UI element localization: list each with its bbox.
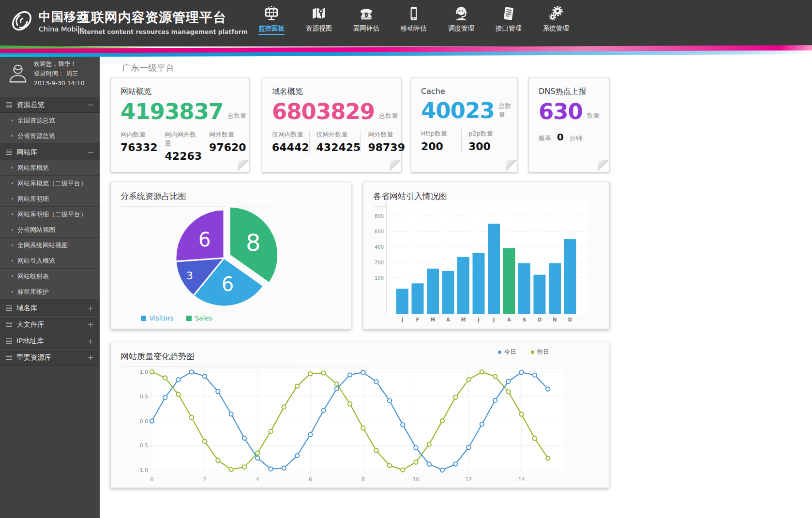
sidebar: 欢迎您，魏华！ 登录时间： 周三 2013-9-30 14:10 资源总览 − … — [0, 48, 100, 518]
page-title: 广东一级平台 — [122, 62, 174, 74]
china-mobile-logo — [8, 7, 36, 35]
bullet-icon — [12, 198, 13, 199]
nav-label: 固网评估 — [353, 24, 379, 34]
svg-text:200: 200 — [375, 260, 384, 265]
stat-cell: 网内数量 76332 — [120, 130, 158, 162]
stat-cell: 网内网外数量 42263 — [158, 130, 202, 162]
sidebar-item-website-overview[interactable]: 网站库概览 — [0, 160, 100, 176]
svg-text:O: O — [538, 317, 542, 322]
svg-text:3: 3 — [186, 270, 193, 282]
decorative-ribbon — [0, 46, 812, 59]
sidebar-item-tag-maintenance[interactable]: 标签库维护 — [0, 284, 100, 300]
svg-text:100: 100 — [375, 275, 384, 281]
document-list-icon — [485, 4, 532, 23]
title-block: 互联网内容资源管理平台 Internet content resources m… — [77, 9, 248, 35]
nav-item-dispatch-mgmt[interactable]: 调度管理 — [437, 4, 485, 35]
sidebar-item-national-resources[interactable]: 全国资源总览 — [0, 113, 100, 128]
sidebar-group-important-resources[interactable]: 重要资源库 + — [0, 349, 100, 366]
sidebar-group-domain-library[interactable]: 域名库 + — [0, 300, 100, 316]
nav-label: 系统管理 — [543, 24, 569, 34]
nav-label: 接口管理 — [496, 24, 522, 34]
line-chart: 024681012141.00.50.0-0.5-1.0 — [111, 342, 610, 488]
ribbon-blue-band — [0, 50, 812, 57]
svg-text:N: N — [553, 317, 556, 322]
expand-indicator: + — [88, 336, 94, 346]
document-icon — [6, 305, 12, 311]
nav-item-resource-view[interactable]: 资源视图 — [295, 4, 343, 35]
stat-card-website: 网站概览 4193837 总数量 网内数量 76332 网内网外数量 42263… — [110, 77, 250, 172]
bullet-icon — [12, 275, 13, 277]
map-icon — [295, 4, 343, 23]
sidebar-item-website-detail[interactable]: 网站库明细 — [0, 191, 100, 207]
nav-label: 资源视图 — [306, 24, 332, 34]
sidebar-item-province-resources[interactable]: 分省资源总览 — [0, 128, 100, 144]
svg-text:2: 2 — [203, 476, 207, 483]
sidebar-item-province-website-view[interactable]: 分省网站视图 — [0, 222, 100, 238]
expand-indicator: + — [88, 320, 94, 329]
stat-cell: 网外数量 97620 — [202, 130, 246, 162]
sidebar-item-network-website-view[interactable]: 全网系统网站视图 — [0, 238, 100, 253]
document-icon — [6, 102, 12, 107]
svg-text:1.0: 1.0 — [140, 369, 149, 375]
bar-chart: 100200400600800JFMAMJJASOND — [363, 182, 610, 330]
stat-big-label: 数量 — [587, 111, 600, 122]
nav-label: 调度管理 — [448, 24, 474, 34]
sidebar-item-website-intro-overview[interactable]: 网站引入概览 — [0, 253, 100, 269]
collapse-indicator: − — [88, 100, 94, 109]
avatar-icon — [7, 62, 29, 85]
login-datetime: 2013-9-30 14:10 — [34, 78, 85, 88]
sidebar-item-website-mapping[interactable]: 网站映射表 — [0, 269, 100, 284]
stat-cell: 频率 0 分钟 — [529, 122, 609, 143]
sidebar-group-website-library[interactable]: 网站库 − — [0, 144, 100, 160]
svg-text:S: S — [523, 317, 526, 322]
nav-item-fixed-network-eval[interactable]: 固网评估 — [343, 4, 390, 35]
bullet-icon — [12, 260, 13, 261]
bullet-icon — [12, 120, 13, 121]
user-panel: 欢迎您，魏华！ 登录时间： 周三 2013-9-30 14:10 — [0, 48, 100, 96]
svg-text:10: 10 — [413, 476, 420, 483]
collapse-indicator: − — [88, 148, 94, 157]
stat-big-number: 6803829 — [272, 101, 375, 122]
app-subtitle: Internet content resources management pl… — [77, 28, 248, 35]
svg-text:D: D — [568, 317, 572, 322]
nav-item-dashboard[interactable]: 监控面板 — [248, 4, 295, 35]
nav-item-interface-mgmt[interactable]: 接口管理 — [485, 4, 532, 35]
welcome-text: 欢迎您，魏华！ — [34, 59, 85, 69]
document-icon — [6, 322, 12, 327]
svg-text:6: 6 — [222, 273, 234, 295]
nav-item-system-mgmt[interactable]: 系统管理 — [532, 4, 580, 35]
bullet-icon — [12, 229, 13, 230]
sidebar-group-bigfile-library[interactable]: 大文件库 + — [0, 316, 100, 333]
top-nav: 监控面板 资源视图 固网评估 — [248, 4, 580, 35]
bullet-icon — [12, 135, 13, 137]
svg-text:6: 6 — [309, 476, 312, 483]
sidebar-item-website-detail-l2[interactable]: 网站库明细（二级平台） — [0, 207, 100, 222]
card-title: 域名概览 — [262, 78, 401, 97]
svg-text:-0.5: -0.5 — [138, 442, 148, 449]
sidebar-group-ip-library[interactable]: IP地址库 + — [0, 333, 100, 349]
svg-text:0.0: 0.0 — [140, 418, 149, 425]
svg-text:800: 800 — [375, 213, 384, 219]
legend-item-visitors[interactable]: Visitors — [141, 314, 174, 322]
login-time-label: 登录时间： 周三 — [34, 69, 85, 78]
legend-item-sales[interactable]: Sales — [186, 314, 212, 322]
stat-card-cache: Cache 40023 总数量 Http数量 200 p2p数量 300 — [411, 77, 518, 172]
pie-chart-card: 分系统资源占比图 8636 Visitors Sales — [110, 182, 351, 329]
svg-text:M: M — [431, 317, 436, 322]
operator-headset-icon — [437, 4, 485, 23]
svg-text:M: M — [461, 317, 466, 322]
svg-text:F: F — [416, 317, 420, 322]
nav-item-mobile-eval[interactable]: 移动评估 — [390, 4, 437, 35]
svg-text:0: 0 — [150, 476, 154, 483]
line-chart-card: 网站质量变化趋势图 今日 昨日 024681012141.00.50.0-0.5… — [110, 342, 609, 488]
sidebar-group-resource-overview[interactable]: 资源总览 − — [0, 96, 100, 113]
bullet-icon — [12, 183, 13, 184]
stat-card-domain: 域名概览 6803829 总数量 仅网内数量 64442 仅网外数量 43242… — [262, 77, 402, 172]
svg-text:J: J — [401, 317, 404, 322]
stat-cell: 仅网内数量 64442 — [272, 130, 309, 153]
logo-block: 中国移动 China Mobile — [8, 7, 89, 35]
bullet-icon — [12, 167, 13, 168]
svg-text:8: 8 — [361, 476, 365, 483]
sidebar-item-website-overview-l2[interactable]: 网站库概览（二级平台） — [0, 176, 100, 191]
svg-text:J: J — [493, 317, 495, 322]
